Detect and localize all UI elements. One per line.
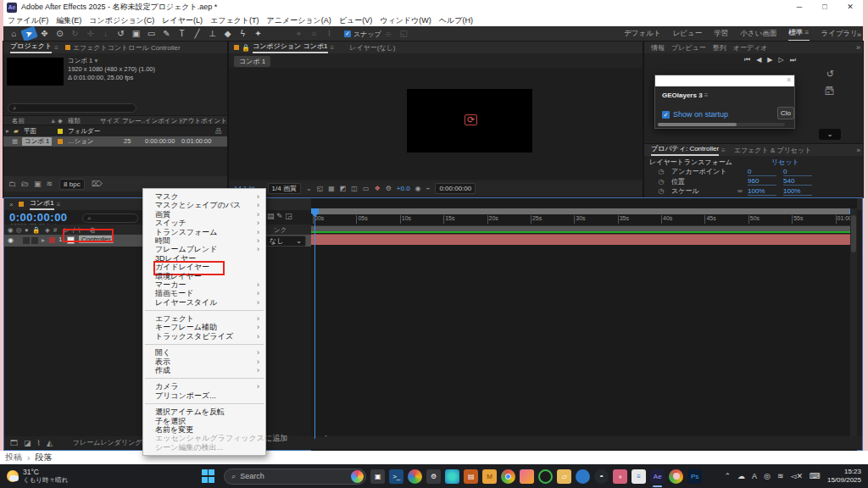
- geolayers-titlebar[interactable]: ✕: [655, 75, 794, 86]
- context-menu-item[interactable]: ›: [145, 310, 264, 311]
- timeline-search-input[interactable]: ⌕: [82, 214, 138, 223]
- blend-icon[interactable]: ◭: [47, 439, 53, 447]
- photoshop-taskbar-icon[interactable]: Ps: [687, 469, 702, 484]
- close-button[interactable]: ✕: [837, 0, 863, 14]
- tab-composition[interactable]: コンポジション コンポ1: [253, 42, 328, 53]
- file-explorer-icon[interactable]: ▱: [557, 469, 571, 484]
- menu-item[interactable]: エフェクト(T): [210, 15, 259, 26]
- bit-depth-button[interactable]: 8 bpc: [59, 179, 85, 190]
- pen-tool-icon[interactable]: ✎: [159, 28, 174, 40]
- graph-editor-icon[interactable]: ◲: [285, 212, 292, 220]
- panel-overflow-icon[interactable]: »: [857, 147, 860, 154]
- pen-input-icon[interactable]: ⌨: [810, 472, 821, 480]
- ime-indicator[interactable]: A: [752, 472, 757, 480]
- blue-app-icon[interactable]: [576, 469, 590, 484]
- chrome-profile-icon[interactable]: [669, 469, 683, 484]
- context-menu-item[interactable]: 時間 ›: [143, 236, 265, 245]
- zoom-tool-icon[interactable]: ⊙: [53, 28, 67, 40]
- label-color-swatch[interactable]: [58, 139, 63, 144]
- new-folder-icon[interactable]: 🗁: [21, 180, 29, 188]
- view-axis-icon[interactable]: ⌇: [322, 28, 337, 40]
- pinwheel-app-icon[interactable]: [408, 469, 422, 484]
- snap-options-icon[interactable]: ⌯: [381, 28, 396, 40]
- context-menu-item[interactable]: エッセンシャルグラフィックスに追加 ›: [143, 434, 265, 442]
- context-menu-item[interactable]: マスク ›: [143, 192, 265, 201]
- stopwatch-icon[interactable]: ◷: [656, 178, 666, 186]
- tab-timeline-comp[interactable]: コンポ1: [30, 198, 54, 210]
- context-menu-item[interactable]: 3Dレイヤー ›: [143, 254, 265, 263]
- maximize-button[interactable]: □: [812, 0, 837, 14]
- context-menu-item[interactable]: トランスフォーム ›: [143, 228, 265, 236]
- context-menu-item[interactable]: 選択アイテムを反転 ›: [143, 408, 265, 416]
- parent-select[interactable]: なし ⌄: [265, 236, 306, 247]
- notes-icon[interactable]: ≡: [632, 469, 646, 484]
- settings-gear-icon[interactable]: ⚙: [426, 469, 441, 484]
- context-menu-item[interactable]: 描画モード ›: [143, 289, 265, 297]
- resolution-select[interactable]: 1/4 画質: [268, 183, 301, 194]
- tab-effects-presets[interactable]: エフェクト & プリセット: [734, 146, 812, 155]
- comp-breadcrumb[interactable]: コンポ 1: [234, 56, 270, 67]
- transparency-grid-icon[interactable]: ▦: [328, 185, 335, 192]
- last-frame-icon[interactable]: ⏭: [790, 56, 796, 64]
- rulers-icon[interactable]: ▭: [363, 185, 370, 192]
- label-column-icon[interactable]: ◈: [58, 117, 63, 125]
- context-menu-item[interactable]: エフェクト ›: [143, 314, 265, 323]
- shy-icon[interactable]: ⌇: [37, 439, 41, 447]
- collapse-chevron-button[interactable]: ⌄: [819, 129, 841, 140]
- chevron-down-icon[interactable]: ⌄: [306, 185, 312, 192]
- new-composition-icon[interactable]: ▣: [34, 180, 42, 188]
- preview-group-tab[interactable]: 整列: [713, 43, 726, 53]
- trash-icon[interactable]: ⌦: [92, 180, 103, 188]
- context-menu-item[interactable]: 名前を変更 ›: [143, 425, 265, 434]
- workspace-tab[interactable]: 小さい画面: [740, 27, 776, 41]
- menu-item[interactable]: ファイル(F): [8, 15, 48, 26]
- next-frame-icon[interactable]: ▷: [779, 56, 784, 64]
- preview-group-tab[interactable]: オーディオ: [733, 43, 768, 53]
- rotation-tool-icon[interactable]: ↺: [114, 28, 128, 40]
- channels-icon[interactable]: ❖: [374, 185, 380, 192]
- exposure-value[interactable]: +0.0: [397, 185, 410, 192]
- layer-color-swatch[interactable]: [49, 237, 55, 243]
- context-menu-item[interactable]: 子を選択 ›: [143, 417, 265, 425]
- close-icon[interactable]: ✕: [786, 76, 792, 84]
- rotobrush-tool-icon[interactable]: ϟ: [236, 28, 250, 40]
- eraser-tool-icon[interactable]: ◆: [220, 28, 235, 40]
- region-of-interest-icon[interactable]: ◱: [317, 185, 324, 192]
- close-dialog-button[interactable]: Clo: [777, 107, 794, 119]
- menu-item[interactable]: 編集(E): [56, 15, 81, 26]
- menu-item[interactable]: ビュー(V): [339, 15, 372, 26]
- volume-muted-icon[interactable]: ◅✕: [790, 472, 802, 480]
- context-menu-item[interactable]: 環境レイヤー ›: [143, 272, 265, 280]
- close-tab-icon[interactable]: ×: [9, 201, 14, 208]
- taskbar-clock[interactable]: 15:23 15/09/2025: [827, 468, 861, 485]
- resolution-gear-icon[interactable]: ⚙: [386, 185, 392, 192]
- proxy-icon[interactable]: ◪: [24, 439, 31, 447]
- time-ruler[interactable]: 00s05s10s15s20s25s30s35s40s45s50s55s01:0…: [313, 215, 854, 225]
- clipchamp-icon[interactable]: ＋: [613, 469, 627, 484]
- tab-project[interactable]: プロジェクト: [10, 42, 52, 53]
- context-menu-item[interactable]: 作成 ›: [143, 366, 265, 374]
- context-menu-item[interactable]: フレームブレンド ›: [143, 245, 265, 253]
- prev-frame-icon[interactable]: ◀: [756, 56, 761, 64]
- breadcrumb-paragraph[interactable]: 段落: [35, 452, 52, 463]
- taskbar-search-input[interactable]: ⌕ Search: [224, 469, 366, 485]
- timeline-timecode[interactable]: 0:00:00:00: [9, 211, 68, 224]
- dolly-camera-tool-icon[interactable]: ↓: [98, 28, 113, 40]
- weather-widget[interactable]: 31°C くもり時々晴れ: [7, 469, 68, 484]
- context-menu-item[interactable]: 表示 ›: [143, 358, 265, 366]
- parent-link-column[interactable]: ンク: [274, 226, 287, 235]
- panel-overflow-icon[interactable]: »: [856, 43, 860, 52]
- text-tool-icon[interactable]: T: [175, 28, 189, 40]
- adjust-icon[interactable]: ≋: [47, 180, 53, 188]
- wifi-icon[interactable]: ≋: [777, 472, 784, 480]
- hidden-icons-chevron[interactable]: ⌃: [725, 472, 732, 480]
- guides-options-icon[interactable]: ◫: [351, 185, 358, 192]
- eye-icon[interactable]: ◉: [8, 236, 14, 244]
- preview-group-tab[interactable]: 情報: [651, 43, 665, 53]
- context-menu-item[interactable]: プリコンポーズ... ›: [143, 391, 265, 400]
- chrome-icon[interactable]: [501, 469, 515, 484]
- layer-duration-bar[interactable]: [311, 234, 854, 245]
- show-snapshot-icon[interactable]: ⌁: [426, 185, 431, 192]
- pan-camera-tool-icon[interactable]: ✛: [83, 28, 97, 40]
- context-menu-item[interactable]: ›: [145, 403, 264, 404]
